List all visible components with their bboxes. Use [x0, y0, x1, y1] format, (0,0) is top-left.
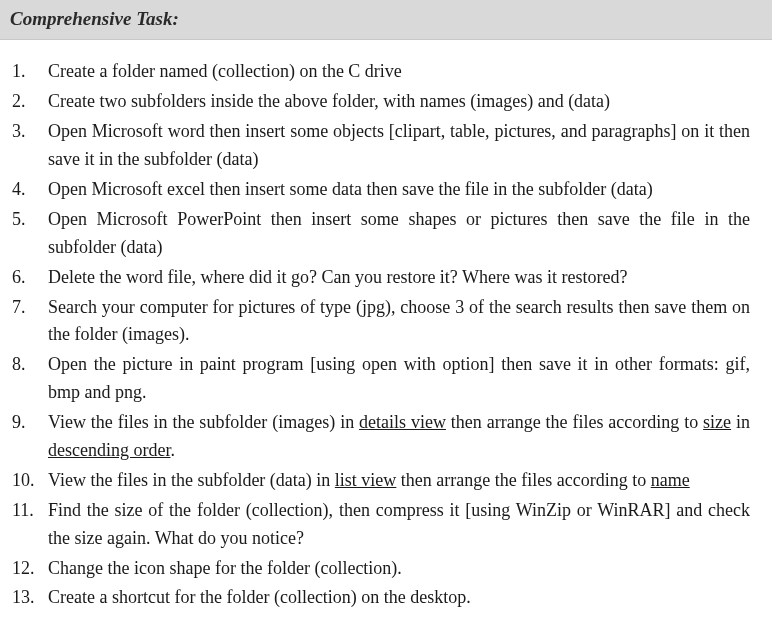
task-text-mid1: then arrange the files according to: [446, 412, 703, 432]
task-text: Find the size of the folder (collection)…: [48, 500, 750, 548]
task-text: Create a shortcut for the folder (collec…: [48, 587, 471, 607]
task-text: Open Microsoft PowerPoint then insert so…: [48, 209, 750, 257]
task-item-10: View the files in the subfolder (data) i…: [6, 467, 750, 495]
underline-descending-order: descending order: [48, 440, 170, 460]
task-list: Create a folder named (collection) on th…: [6, 58, 750, 612]
task-text-pre: View the files in the subfolder (data) i…: [48, 470, 335, 490]
task-text-mid1: then arrange the files according to: [396, 470, 650, 490]
task-item-3: Open Microsoft word then insert some obj…: [6, 118, 750, 174]
task-text-post: .: [170, 440, 175, 460]
underline-size: size: [703, 412, 731, 432]
task-text-mid2: in: [731, 412, 750, 432]
task-item-11: Find the size of the folder (collection)…: [6, 497, 750, 553]
task-item-6: Delete the word file, where did it go? C…: [6, 264, 750, 292]
task-text: Create a folder named (collection) on th…: [48, 61, 402, 81]
header-bar: Comprehensive Task:: [0, 0, 772, 40]
header-title: Comprehensive Task:: [10, 8, 179, 29]
task-item-5: Open Microsoft PowerPoint then insert so…: [6, 206, 750, 262]
task-text: Open the picture in paint program [using…: [48, 354, 750, 402]
task-item-2: Create two subfolders inside the above f…: [6, 88, 750, 116]
task-text: Create two subfolders inside the above f…: [48, 91, 610, 111]
task-text-pre: View the files in the subfolder (images)…: [48, 412, 359, 432]
task-item-9: View the files in the subfolder (images)…: [6, 409, 750, 465]
task-text: Open Microsoft excel then insert some da…: [48, 179, 653, 199]
task-text: Delete the word file, where did it go? C…: [48, 267, 627, 287]
underline-list-view: list view: [335, 470, 397, 490]
task-item-4: Open Microsoft excel then insert some da…: [6, 176, 750, 204]
task-item-8: Open the picture in paint program [using…: [6, 351, 750, 407]
underline-name: name: [651, 470, 690, 490]
task-text: Search your computer for pictures of typ…: [48, 297, 750, 345]
task-item-1: Create a folder named (collection) on th…: [6, 58, 750, 86]
task-item-13: Create a shortcut for the folder (collec…: [6, 584, 750, 612]
task-item-7: Search your computer for pictures of typ…: [6, 294, 750, 350]
task-content: Create a folder named (collection) on th…: [0, 40, 772, 620]
task-text: Open Microsoft word then insert some obj…: [48, 121, 750, 169]
task-item-12: Change the icon shape for the folder (co…: [6, 555, 750, 583]
task-text: Change the icon shape for the folder (co…: [48, 558, 402, 578]
underline-details-view: details view: [359, 412, 446, 432]
